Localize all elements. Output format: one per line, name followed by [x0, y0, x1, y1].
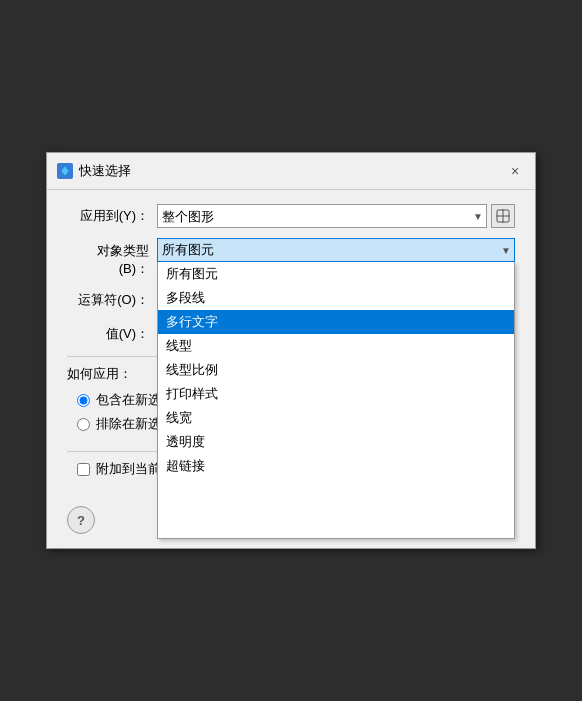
apply-to-controls: 整个图形 当前选择集 ▼	[157, 204, 515, 228]
title-bar: 快速选择 ×	[47, 153, 535, 190]
operator-label: 运算符(O)：	[67, 291, 157, 309]
dropdown-item-transparency[interactable]: 透明度	[158, 430, 514, 454]
dropdown-empty-space	[158, 478, 514, 538]
quick-select-dialog: 快速选择 × 应用到(Y)： 整个图形 当前选择集 ▼	[46, 152, 536, 549]
close-button[interactable]: ×	[505, 161, 525, 181]
apply-to-select-wrapper: 整个图形 当前选择集 ▼	[157, 204, 487, 228]
apply-to-row: 应用到(Y)： 整个图形 当前选择集 ▼	[67, 204, 515, 228]
object-type-arrow-icon: ▼	[501, 245, 511, 256]
object-type-dropdown-wrapper: 所有图元 ▼ 所有图元 多段线 多行文字 线型 线型比例 打印样式 线宽 透明度…	[157, 238, 515, 262]
include-radio[interactable]	[77, 394, 90, 407]
apply-to-label: 应用到(Y)：	[67, 207, 157, 225]
dropdown-item-linetype[interactable]: 线型	[158, 334, 514, 358]
dropdown-item-hyperlink[interactable]: 超链接	[158, 454, 514, 478]
dropdown-item-mtext[interactable]: 多行文字	[158, 310, 514, 334]
object-type-row: 对象类型(B)： 所有图元 ▼ 所有图元 多段线 多行文字 线型 线型比例 打印…	[67, 238, 515, 278]
object-type-selected-value: 所有图元	[162, 241, 214, 259]
dropdown-item-all[interactable]: 所有图元	[158, 262, 514, 286]
object-type-dropdown-list: 所有图元 多段线 多行文字 线型 线型比例 打印样式 线宽 透明度 超链接	[157, 262, 515, 539]
apply-to-select[interactable]: 整个图形 当前选择集	[157, 204, 487, 228]
help-button[interactable]: ?	[67, 506, 95, 534]
dropdown-item-polyline[interactable]: 多段线	[158, 286, 514, 310]
dropdown-item-plotstyle[interactable]: 打印样式	[158, 382, 514, 406]
value-label: 值(V)：	[67, 325, 157, 343]
object-type-label: 对象类型(B)：	[67, 242, 157, 278]
append-checkbox[interactable]	[77, 463, 90, 476]
object-type-dropdown-header[interactable]: 所有图元 ▼	[157, 238, 515, 262]
title-bar-left: 快速选择	[57, 162, 131, 180]
app-icon	[57, 163, 73, 179]
dropdown-item-linetype-scale[interactable]: 线型比例	[158, 358, 514, 382]
exclude-radio[interactable]	[77, 418, 90, 431]
dropdown-item-lineweight[interactable]: 线宽	[158, 406, 514, 430]
svg-marker-0	[61, 166, 69, 176]
dialog-body: 应用到(Y)： 整个图形 当前选择集 ▼	[47, 190, 535, 498]
select-objects-button[interactable]	[491, 204, 515, 228]
dialog-title: 快速选择	[79, 162, 131, 180]
